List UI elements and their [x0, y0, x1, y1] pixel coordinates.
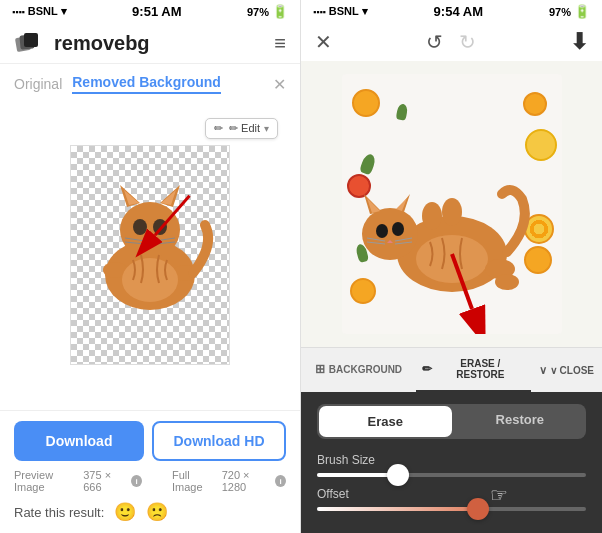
chevron-down-icon: ∨	[539, 364, 547, 377]
svg-point-36	[442, 198, 462, 226]
brush-size-track[interactable]	[317, 473, 586, 477]
undo-button[interactable]: ↺	[426, 30, 443, 54]
hamburger-menu[interactable]: ≡	[274, 32, 286, 55]
battery-left: 97% 🔋	[247, 4, 288, 19]
offset-track[interactable]	[317, 507, 586, 511]
header-left: removebg ≡	[0, 23, 300, 64]
svg-point-22	[362, 208, 418, 260]
erase-tab[interactable]: Erase	[319, 406, 452, 437]
erase-restore-tabs: Erase Restore	[317, 404, 586, 439]
header-icons: ↺ ↻	[426, 30, 476, 54]
battery-icon-right: 🔋	[574, 4, 590, 19]
header-right: ✕ ↺ ↻ ⬇	[301, 23, 602, 61]
logo-area: removebg	[14, 31, 150, 55]
carrier-left: ▪▪▪▪ BSNL ▾	[12, 5, 67, 18]
info-icon-preview: i	[131, 475, 142, 487]
layers-icon: ⊞	[315, 362, 325, 376]
erase-restore-panel: Erase Restore Brush Size Offset ☞	[301, 392, 602, 533]
svg-point-4	[120, 202, 180, 258]
time-left: 9:51 AM	[132, 4, 181, 19]
svg-point-35	[422, 202, 442, 230]
preview-image	[70, 145, 230, 365]
brush-size-label: Brush Size	[317, 453, 586, 467]
svg-point-9	[133, 219, 147, 235]
redo-button[interactable]: ↻	[459, 30, 476, 54]
right-image-area	[301, 61, 602, 347]
right-panel: ▪▪▪▪ BSNL ▾ 9:54 AM 97% 🔋 ✕ ↺ ↻ ⬇	[301, 0, 602, 533]
full-info: Full Image 720 × 1280 i	[172, 469, 286, 493]
brush-size-fill	[317, 473, 398, 477]
sad-emoji[interactable]: 🙁	[146, 501, 168, 523]
svg-point-28	[392, 222, 404, 236]
restore-tab[interactable]: Restore	[454, 404, 587, 439]
svg-point-10	[153, 219, 167, 235]
brush-size-thumb[interactable]	[387, 464, 409, 486]
battery-icon: 🔋	[272, 4, 288, 19]
image-info: Preview Image 375 × 666 i Full Image 720…	[14, 469, 286, 493]
tab-removed-background[interactable]: Removed Background	[72, 74, 221, 94]
offset-thumb[interactable]	[467, 498, 489, 520]
pencil-icon: ✏	[214, 122, 223, 135]
preview-info: Preview Image 375 × 666 i	[14, 469, 142, 493]
svg-point-18	[122, 258, 178, 302]
tab-erase-restore[interactable]: ✏ ERASE / RESTORE	[416, 348, 531, 392]
offset-label: Offset	[317, 487, 586, 501]
svg-point-27	[376, 224, 388, 238]
happy-emoji[interactable]: 🙂	[114, 501, 136, 523]
brush-size-row: Brush Size	[317, 453, 586, 477]
svg-rect-2	[24, 33, 38, 47]
tab-original[interactable]: Original	[14, 76, 62, 92]
pencil-tab-icon: ✏	[422, 362, 432, 376]
edit-button[interactable]: ✏ ✏ Edit ▾	[205, 118, 278, 139]
offset-row: Offset ☞	[317, 487, 586, 511]
cat-illustration	[85, 165, 215, 345]
tab-close-icon[interactable]: ✕	[273, 75, 286, 94]
close-button-right[interactable]: ✕	[315, 30, 332, 54]
download-button[interactable]: Download	[14, 421, 144, 461]
download-buttons: Download Download HD	[14, 421, 286, 461]
cat-right-illustration	[352, 144, 552, 324]
toolbar-tabs: ⊞ BACKGROUND ✏ ERASE / RESTORE ∨ ∨ CLOSE	[301, 347, 602, 392]
bottom-section-left: Download Download HD Preview Image 375 ×…	[0, 410, 300, 533]
battery-right: 97% 🔋	[549, 4, 590, 19]
offset-fill	[317, 507, 478, 511]
finger-icon: ☞	[490, 483, 508, 507]
left-panel: ▪▪▪▪ BSNL ▾ 9:51 AM 97% 🔋 removebg ≡ Ori…	[0, 0, 301, 533]
download-hd-button[interactable]: Download HD	[152, 421, 286, 461]
svg-point-38	[495, 274, 519, 290]
dropdown-arrow-icon: ▾	[264, 123, 269, 134]
status-bar-right: ▪▪▪▪ BSNL ▾ 9:54 AM 97% 🔋	[301, 0, 602, 23]
carrier-right: ▪▪▪▪ BSNL ▾	[313, 5, 368, 18]
tab-background[interactable]: ⊞ BACKGROUND	[301, 348, 416, 392]
svg-point-34	[416, 235, 488, 283]
rate-row: Rate this result: 🙂 🙁	[14, 501, 286, 523]
info-icon-full: i	[275, 475, 286, 487]
download-icon-right[interactable]: ⬇	[570, 29, 588, 55]
close-tab-button[interactable]: ∨ ∨ CLOSE	[531, 348, 602, 392]
image-area-left: ✏ ✏ Edit ▾	[0, 100, 300, 410]
view-tabs: Original Removed Background ✕	[0, 64, 300, 100]
logo-text: removebg	[54, 32, 150, 55]
status-bar-left: ▪▪▪▪ BSNL ▾ 9:51 AM 97% 🔋	[0, 0, 300, 23]
time-right: 9:54 AM	[434, 4, 483, 19]
logo-icon	[14, 31, 46, 55]
